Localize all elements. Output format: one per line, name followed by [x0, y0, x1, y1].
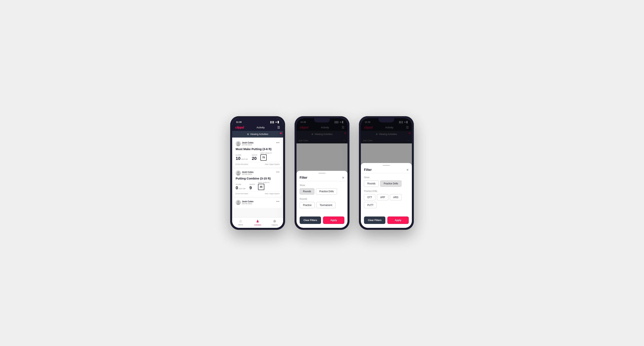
nav-menu-1[interactable]: ☰ — [277, 126, 280, 129]
banner-text-1: Viewing Activities — [250, 133, 268, 136]
filter-btn-arg-3[interactable]: ARG — [390, 194, 402, 200]
svg-point-5 — [237, 203, 240, 205]
user-date-1: 28 Feb 2023 — [242, 144, 254, 146]
tab-capture-1[interactable]: ⊕ Capture — [266, 219, 283, 226]
filter-btn-practice-drills-3[interactable]: Practice Drills — [380, 180, 401, 187]
battery-icon-1: ▊ — [278, 121, 279, 123]
modal-header-2: Filter ✕ — [296, 173, 348, 181]
shots-stat-2: Shots 9 — [250, 183, 255, 190]
phone-2-screen: 11:33 ▌▌▌ ≋ ▊ clippd Activity ☰ ⚙ Viewin… — [296, 118, 348, 228]
phone-1: 11:33 ▌▌▌ ≋ ▊ clippd Activity ☰ ⚙ Viewin… — [230, 116, 285, 230]
phone-3: 11:33 ▌▌▌ ≋ ▊ clippd Activity ☰ ⚙ Viewin… — [359, 116, 414, 230]
filter-btn-practice-2[interactable]: Practice — [300, 202, 315, 208]
card-footer-1: ℹ Test Information Data: Clippd Capture — [236, 162, 280, 165]
modal-close-3[interactable]: ✕ — [406, 168, 409, 172]
more-dots-3[interactable]: ••• — [276, 200, 280, 203]
user-date-3: 28 Feb 2023 — [242, 203, 254, 204]
tab-home-1[interactable]: ⌂ Home — [232, 219, 249, 226]
activity-card-2[interactable]: Josh Coles 28 Feb 2023 ••• Putting Combi… — [234, 169, 282, 197]
info-icon-1: ℹ — [236, 163, 236, 165]
avatar-img-2 — [236, 171, 241, 175]
more-dots-2[interactable]: ••• — [276, 171, 280, 173]
svg-point-0 — [237, 142, 239, 144]
activity-card-3[interactable]: Josh Coles 28 Feb 2023 ••• — [234, 198, 282, 208]
practice-drills-label-3: Practice Drills — [364, 190, 409, 192]
shots-stat-1: Shots 20 — [252, 154, 257, 161]
status-time-1: 11:33 — [236, 121, 242, 123]
out-of-2: OUT OF — [239, 188, 246, 190]
phone-3-screen: 11:33 ▌▌▌ ≋ ▊ clippd Activity ☰ ⚙ Viewin… — [361, 118, 412, 228]
user-details-3: Josh Coles 28 Feb 2023 — [242, 200, 254, 204]
more-dots-1[interactable]: ••• — [276, 141, 280, 144]
user-name-2: Josh Coles — [242, 171, 254, 173]
notch — [250, 118, 266, 123]
clear-filters-btn-2[interactable]: Clear Filters — [300, 216, 321, 224]
nav-title-1: Activity — [256, 126, 264, 129]
svg-point-1 — [237, 144, 240, 146]
banner-dot-1 — [280, 133, 282, 134]
home-icon-1: ⌂ — [240, 219, 242, 223]
tab-activities-1[interactable]: ♟ Activities — [249, 219, 266, 226]
stats-row-2: Score 0 OUT OF Shots 9 Shot Quality — [236, 182, 280, 190]
nav-logo-1: clippd — [235, 126, 244, 129]
card-title-1: Must Make Putting (3-6 ft) — [236, 147, 280, 151]
apply-btn-2[interactable]: Apply — [323, 216, 344, 224]
svg-point-4 — [237, 201, 239, 203]
info-icon-2: ℹ — [236, 192, 236, 195]
phone-2: 11:33 ▌▌▌ ≋ ▊ clippd Activity ☰ ⚙ Viewin… — [294, 116, 350, 230]
modal-body-2: Show Rounds Practice Drills Rounds Pract… — [296, 181, 348, 214]
filter-btn-rounds-3[interactable]: Rounds — [364, 180, 379, 187]
phones-container: 11:33 ▌▌▌ ≋ ▊ clippd Activity ☰ ⚙ Viewin… — [230, 116, 414, 230]
modal-footer-2: Clear Filters Apply — [296, 214, 348, 228]
avatar-img-1 — [236, 141, 241, 146]
filter-btn-tournament-2[interactable]: Tournament — [316, 202, 335, 208]
shot-quality-stat-2: Shot Quality 45 — [258, 182, 270, 190]
filter-modal-3: Filter ✕ Show Rounds Practice Drills Pra… — [361, 118, 412, 228]
filter-btn-ott-3[interactable]: OTT — [364, 194, 375, 200]
filter-modal-2: Filter ✕ Show Rounds Practice Drills Rou… — [296, 118, 348, 228]
stats-row-1: Score 10 OUT OF Shots 20 Shot Quality — [236, 152, 280, 161]
activity-card-1[interactable]: Josh Coles 28 Feb 2023 ••• Must Make Put… — [234, 139, 282, 167]
filter-btn-rounds-2[interactable]: Rounds — [300, 188, 314, 194]
card-header-3: Josh Coles 28 Feb 2023 ••• — [236, 200, 280, 205]
modal-title-2: Filter — [300, 176, 307, 179]
signal-icon-1: ▌▌▌ — [270, 121, 274, 123]
data-source-1: Data: Clippd Capture — [265, 164, 280, 165]
modal-body-3: Show Rounds Practice Drills Practice Dri… — [361, 173, 412, 214]
activities-icon-1: ♟ — [256, 219, 259, 223]
modal-close-2[interactable]: ✕ — [342, 176, 344, 179]
svg-point-2 — [237, 172, 239, 173]
modal-sheet-3: Filter ✕ Show Rounds Practice Drills Pra… — [361, 163, 412, 228]
tab-activities-label-1: Activities — [254, 224, 261, 226]
capture-icon-1: ⊕ — [273, 219, 276, 223]
svg-point-3 — [237, 174, 240, 175]
shot-quality-stat-1: Shot Quality 75 — [260, 152, 272, 161]
user-info-3: Josh Coles 28 Feb 2023 — [236, 200, 254, 205]
user-details-1: Josh Coles 28 Feb 2023 — [242, 142, 254, 146]
content-1: Josh Coles 28 Feb 2023 ••• Must Make Put… — [232, 138, 283, 217]
clear-filters-btn-3[interactable]: Clear Filters — [364, 216, 386, 224]
phone-1-screen: 11:33 ▌▌▌ ≋ ▊ clippd Activity ☰ ⚙ Viewin… — [232, 118, 283, 228]
show-label-3: Show — [364, 176, 409, 178]
modal-footer-3: Clear Filters Apply — [361, 214, 412, 228]
avatar-2 — [236, 171, 241, 175]
avatar-3 — [236, 200, 241, 205]
notch-3 — [378, 118, 394, 123]
filter-btn-app-3[interactable]: APP — [377, 194, 388, 200]
user-details-2: Josh Coles 28 Feb 2023 — [242, 171, 254, 175]
info-text-1: ℹ Test Information — [236, 163, 248, 165]
info-text-2: ℹ Test Information — [236, 192, 248, 195]
card-footer-2: ℹ Test Information Data: Clippd Capture — [236, 191, 280, 195]
score-stat-1: Score 10 OUT OF — [236, 154, 248, 161]
filter-btn-practice-drills-2[interactable]: Practice Drills — [316, 188, 337, 194]
tab-capture-label-1: Capture — [272, 224, 278, 226]
filter-btn-putt-3[interactable]: PUTT — [364, 202, 377, 208]
modal-title-3: Filter — [364, 168, 372, 172]
user-info-1: Josh Coles 28 Feb 2023 — [236, 141, 254, 146]
card-header-1: Josh Coles 28 Feb 2023 ••• — [236, 141, 280, 146]
rounds-buttons-2: Practice Tournament — [300, 202, 344, 208]
shot-quality-badge-2: 45 — [258, 184, 264, 190]
practice-drills-buttons-3: OTT APP ARG PUTT — [364, 194, 409, 208]
apply-btn-3[interactable]: Apply — [387, 216, 409, 224]
notch-2 — [314, 118, 330, 123]
